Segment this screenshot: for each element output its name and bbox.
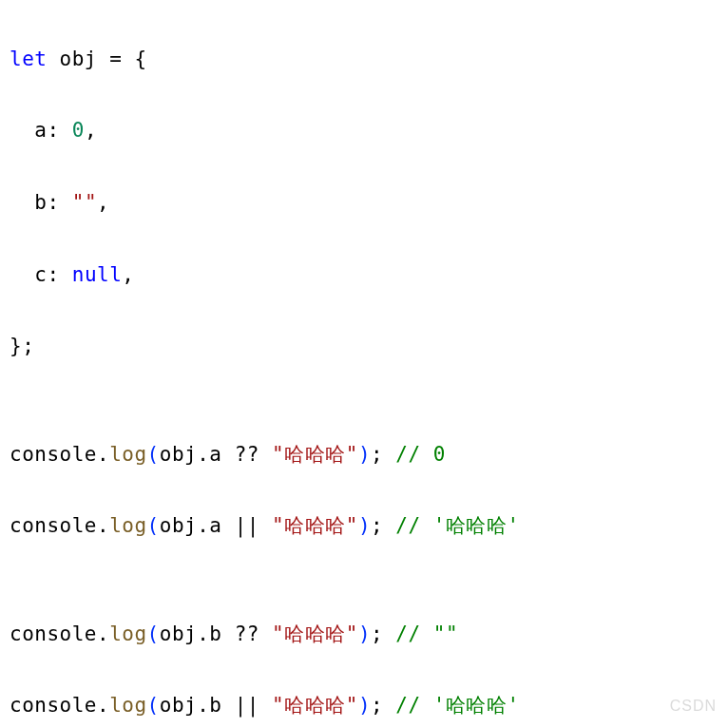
operator-nullish: ?? [222, 623, 273, 645]
method-log: log [109, 443, 146, 466]
comma: , [97, 191, 109, 214]
string-literal: "哈哈哈" [272, 443, 358, 466]
code-line: console.log(obj.a ?? "哈哈哈"); // 0 [10, 437, 718, 473]
prop-access: a [209, 443, 221, 466]
obj-ref: obj [160, 514, 197, 537]
paren-close: ) [358, 694, 371, 717]
dot: . [197, 514, 209, 537]
prop-key: a [34, 119, 47, 142]
semicolon: ; [371, 623, 383, 645]
code-line: b: "", [10, 185, 718, 221]
colon: : [47, 119, 71, 142]
prop-key: c [34, 263, 47, 286]
code-line: let obj = { [10, 42, 718, 78]
prop-key: b [34, 191, 47, 214]
dot: . [97, 514, 109, 537]
comment-slash: // [383, 514, 433, 537]
obj-ref: obj [160, 443, 197, 466]
dot: . [197, 694, 209, 717]
comment-text: 0 [433, 443, 446, 466]
code-line: console.log(obj.b || "哈哈哈"); // '哈哈哈' [10, 688, 718, 724]
comma: , [85, 119, 97, 142]
identifier-obj: obj [47, 48, 109, 70]
string-literal: "哈哈哈" [272, 623, 358, 645]
paren-close: ) [358, 443, 371, 466]
comment-slash: // [383, 623, 433, 645]
console: console [10, 443, 97, 466]
watermark: CSDN [670, 693, 717, 720]
paren-open: ( [147, 694, 160, 717]
operator-nullish: ?? [222, 443, 273, 466]
paren-open: ( [147, 514, 160, 537]
string-literal: "哈哈哈" [272, 694, 358, 717]
semicolon: ; [371, 514, 383, 537]
brace-open: { [134, 48, 146, 70]
number-literal: 0 [72, 119, 85, 142]
code-line: }; [10, 329, 718, 365]
brace-close: } [10, 335, 22, 357]
indent [10, 191, 34, 214]
obj-ref: obj [160, 694, 197, 717]
operator-assign: = [109, 48, 134, 70]
dot: . [197, 623, 209, 645]
paren-close: ) [358, 623, 371, 645]
prop-access: b [209, 623, 221, 645]
indent [10, 263, 34, 286]
dot: . [197, 443, 209, 466]
semicolon: ; [371, 443, 383, 466]
keyword-let: let [10, 48, 47, 70]
dot: . [97, 443, 109, 466]
obj-ref: obj [160, 623, 197, 645]
semicolon: ; [371, 694, 383, 717]
console: console [10, 694, 97, 717]
paren-open: ( [147, 623, 160, 645]
operator-or: || [222, 694, 273, 717]
method-log: log [109, 694, 146, 717]
code-snippet: let obj = { a: 0, b: "", c: null, }; con… [10, 6, 718, 728]
method-log: log [109, 623, 146, 645]
operator-or: || [222, 514, 273, 537]
code-line: c: null, [10, 258, 718, 294]
colon: : [47, 263, 71, 286]
dot: . [97, 694, 109, 717]
paren-open: ( [147, 443, 160, 466]
code-line: console.log(obj.a || "哈哈哈"); // '哈哈哈' [10, 508, 718, 545]
comment-slash: // [383, 443, 433, 466]
string-literal: "" [72, 191, 97, 214]
dot: . [97, 623, 109, 645]
paren-close: ) [358, 514, 371, 537]
comment-text: '哈哈哈' [433, 514, 520, 537]
prop-access: a [209, 514, 221, 537]
code-line: a: 0, [10, 113, 718, 149]
string-literal: "哈哈哈" [272, 514, 358, 537]
comment-slash: // [383, 694, 433, 717]
console: console [10, 514, 97, 537]
comment-text: '哈哈哈' [433, 694, 520, 717]
code-line: console.log(obj.b ?? "哈哈哈"); // "" [10, 617, 718, 653]
semicolon: ; [22, 335, 34, 357]
colon: : [47, 191, 71, 214]
indent [10, 119, 34, 142]
comment-text: "" [433, 623, 458, 645]
method-log: log [109, 514, 146, 537]
comma: , [122, 263, 134, 286]
prop-access: b [209, 694, 221, 717]
console: console [10, 623, 97, 645]
null-literal: null [72, 263, 123, 286]
